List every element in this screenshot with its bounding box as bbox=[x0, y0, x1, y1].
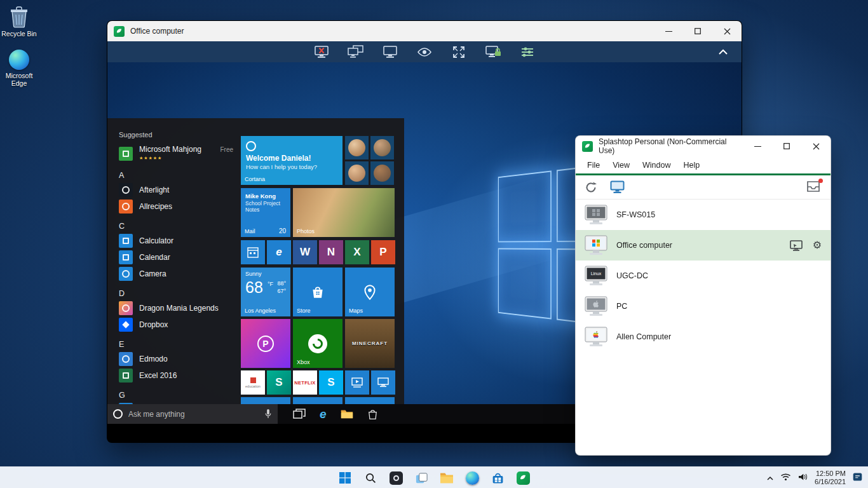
tile-label: Cortana bbox=[245, 176, 265, 182]
weather-temperature: 68 bbox=[245, 278, 263, 297]
gear-icon[interactable]: ⚙ bbox=[813, 240, 822, 250]
splashtop-button[interactable] bbox=[515, 470, 531, 486]
section-letter[interactable]: A bbox=[119, 169, 241, 182]
contact-avatar bbox=[348, 165, 365, 182]
education-icon bbox=[250, 377, 256, 383]
app-list-item-calculator[interactable]: Calculator bbox=[119, 233, 241, 249]
lock-computer-icon[interactable] bbox=[484, 44, 503, 60]
menu-window[interactable]: Window bbox=[636, 158, 677, 172]
search-button[interactable] bbox=[362, 470, 379, 486]
close-button[interactable] bbox=[801, 136, 831, 156]
app-list-item-dragon-mania[interactable]: Dragon Mania Legends bbox=[119, 300, 241, 316]
computer-row-pc[interactable]: PC bbox=[576, 291, 831, 322]
tray-chevron-icon[interactable] bbox=[766, 472, 774, 484]
minimize-button[interactable] bbox=[654, 21, 683, 41]
volume-icon[interactable] bbox=[797, 472, 808, 484]
excel-tile[interactable]: X bbox=[345, 240, 369, 264]
disconnect-icon[interactable] bbox=[312, 44, 331, 60]
app-list-item-afterlight[interactable]: Afterlight bbox=[119, 182, 241, 198]
onenote-tile[interactable]: N bbox=[319, 240, 343, 264]
section-letter[interactable]: D bbox=[119, 287, 241, 300]
task-view-button[interactable] bbox=[413, 470, 430, 486]
fullscreen-icon[interactable] bbox=[449, 44, 468, 60]
desktop-icon-recycle-bin[interactable]: Recycle Bin bbox=[0, 5, 38, 37]
section-letter[interactable]: G bbox=[119, 389, 241, 402]
pinned-app-icon[interactable] bbox=[388, 470, 404, 486]
add-computer-icon[interactable] bbox=[610, 180, 625, 194]
app-label: Allrecipes bbox=[139, 202, 172, 211]
menu-view[interactable]: View bbox=[606, 158, 636, 172]
edge-tile[interactable]: e bbox=[267, 240, 291, 264]
weather-tile[interactable]: Sunny 68 °F 88° 67° Los Angeles bbox=[241, 268, 290, 316]
word-tile[interactable]: W bbox=[293, 240, 317, 264]
p-app-tile[interactable]: P bbox=[241, 319, 290, 368]
refresh-icon[interactable] bbox=[585, 181, 597, 194]
powerpoint-tile[interactable]: P bbox=[371, 240, 395, 264]
app-list-item-dropbox[interactable]: Dropbox bbox=[119, 316, 241, 333]
file-explorer-button[interactable] bbox=[438, 470, 455, 486]
minecraft-tile[interactable]: MINECRAFT bbox=[345, 319, 395, 368]
remote-connect-icon[interactable] bbox=[790, 240, 803, 251]
sway-tile[interactable]: S bbox=[267, 370, 291, 395]
task-view-icon[interactable] bbox=[293, 409, 306, 420]
store-taskbar-icon[interactable] bbox=[367, 409, 378, 420]
store-button[interactable] bbox=[489, 470, 506, 486]
desktop-icon-microsoft-edge[interactable]: Microsoft Edge bbox=[0, 50, 38, 87]
app-list-item-allrecipes[interactable]: Allrecipes bbox=[119, 198, 241, 215]
computer-name: SF-WS015 bbox=[616, 210, 655, 219]
section-letter[interactable]: C bbox=[119, 220, 241, 233]
xbox-tile[interactable]: Xbox bbox=[293, 319, 342, 368]
close-button[interactable] bbox=[712, 21, 742, 41]
tray-date: 6/16/2021 bbox=[815, 478, 846, 486]
mail-tile[interactable]: Mike Kong School Project Notes Mail 20 bbox=[241, 188, 290, 237]
netflix-logo: NETFLIX bbox=[294, 380, 315, 386]
photos-tile[interactable]: Photos bbox=[293, 188, 395, 237]
movies-tv-tile[interactable] bbox=[345, 370, 369, 395]
app-list-item-camera[interactable]: Camera bbox=[119, 266, 241, 282]
menu-file[interactable]: File bbox=[581, 158, 606, 172]
network-icon[interactable] bbox=[780, 472, 791, 484]
connect-tile[interactable] bbox=[371, 370, 395, 395]
monitor-icon[interactable] bbox=[381, 44, 400, 60]
people-tiles[interactable] bbox=[345, 136, 394, 185]
session-settings-icon[interactable] bbox=[518, 44, 537, 60]
app-list-item-edmodo[interactable]: Edmodo bbox=[119, 351, 241, 367]
menu-help[interactable]: Help bbox=[677, 158, 707, 172]
file-explorer-icon[interactable] bbox=[341, 409, 353, 419]
edge-taskbar-icon[interactable]: e bbox=[320, 408, 327, 420]
app-label: Edmodo bbox=[139, 355, 168, 363]
app-list-item-excel-2016[interactable]: Excel 2016 bbox=[119, 367, 241, 384]
minimize-button[interactable] bbox=[743, 136, 772, 156]
computer-row-ugc-dc[interactable]: Linux UGC-DC bbox=[576, 261, 831, 291]
computer-row-allen-computer[interactable]: Allen Computer bbox=[576, 322, 831, 352]
start-button[interactable] bbox=[337, 470, 353, 486]
skype-tile[interactable]: S bbox=[319, 370, 343, 395]
view-options-icon[interactable] bbox=[415, 44, 434, 60]
notifications-icon[interactable] bbox=[852, 471, 863, 485]
microphone-icon[interactable] bbox=[264, 409, 272, 419]
inbox-icon[interactable] bbox=[806, 180, 822, 194]
search-input[interactable] bbox=[128, 410, 259, 419]
cortana-search-box[interactable] bbox=[107, 404, 278, 424]
app-list-item-mahjong[interactable]: Microsoft Mahjong ★★★★★ Free bbox=[119, 144, 241, 164]
clock[interactable]: 12:50 PM 6/16/2021 bbox=[815, 470, 846, 486]
computer-row-sf-ws015[interactable]: SF-WS015 bbox=[576, 200, 831, 230]
computer-name: Allen Computer bbox=[616, 332, 671, 341]
cortana-tile[interactable]: Welcome Daniela! How can I help you toda… bbox=[241, 136, 342, 185]
collapse-toolbar-icon[interactable] bbox=[714, 44, 733, 60]
store-tile[interactable]: Store bbox=[293, 268, 342, 316]
maps-tile[interactable]: Maps bbox=[345, 268, 395, 316]
weather-high: 88° bbox=[277, 280, 286, 287]
calendar-tile[interactable] bbox=[241, 240, 265, 264]
maximize-button[interactable] bbox=[772, 136, 801, 156]
section-letter[interactable]: E bbox=[119, 338, 241, 351]
education-tile[interactable]: education bbox=[241, 370, 265, 395]
allrecipes-icon bbox=[119, 200, 133, 214]
store-bag-icon bbox=[309, 284, 326, 301]
netflix-tile[interactable]: NETFLIX bbox=[293, 370, 317, 395]
edge-button[interactable] bbox=[464, 470, 480, 486]
computer-row-office-computer[interactable]: Office computer ⚙ bbox=[576, 230, 831, 261]
switch-monitor-icon[interactable] bbox=[346, 44, 365, 60]
maximize-button[interactable] bbox=[683, 21, 712, 41]
app-list-item-calendar[interactable]: Calendar bbox=[119, 249, 241, 266]
